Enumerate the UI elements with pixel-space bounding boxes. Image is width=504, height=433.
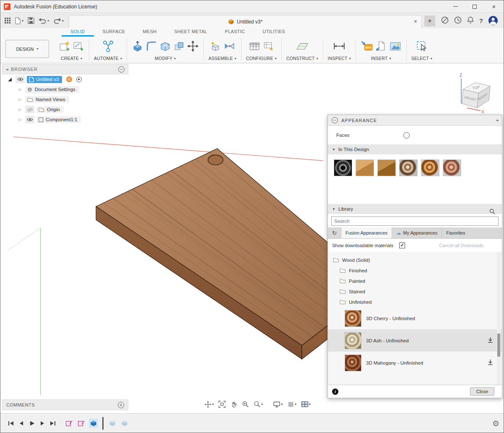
tab-surface[interactable]: SURFACE bbox=[94, 29, 134, 37]
tab-sheet-metal[interactable]: SHEET METAL bbox=[166, 29, 216, 37]
add-comment-icon[interactable]: + bbox=[118, 402, 124, 408]
browser-row-origin[interactable]: ▷ Origin bbox=[2, 104, 128, 115]
move-icon[interactable] bbox=[187, 40, 199, 53]
section-library[interactable]: ▼ Library bbox=[328, 204, 502, 214]
create-dropdown[interactable]: CREATE ▾ bbox=[61, 55, 82, 61]
maximize-button[interactable] bbox=[465, 0, 484, 13]
browser-row-document-settings[interactable]: ▷ ⚙ Document Settings bbox=[2, 84, 128, 94]
scrollbar-thumb[interactable] bbox=[497, 334, 500, 357]
tab-fusion-appearances[interactable]: Fusion Appearances bbox=[341, 227, 392, 238]
zoom-button[interactable]: ▾ bbox=[252, 399, 265, 410]
collapse-panel-icon[interactable]: ◂◂ bbox=[6, 68, 8, 71]
tree-node-unfinished[interactable]: Unfinished bbox=[328, 297, 502, 307]
faces-radio[interactable] bbox=[403, 132, 410, 138]
timeline-future-feature-2[interactable] bbox=[120, 419, 129, 428]
grid-snaps-button[interactable]: ▾ bbox=[286, 399, 298, 410]
activate-component-icon[interactable] bbox=[76, 77, 82, 82]
fillet-icon[interactable] bbox=[145, 40, 157, 53]
browser-row-named-views[interactable]: ▷ Named Views bbox=[2, 94, 128, 104]
section-collapse-icon[interactable]: ▼ bbox=[332, 207, 335, 211]
notification-bell-icon[interactable] bbox=[467, 16, 474, 25]
section-collapse-icon[interactable]: ▼ bbox=[332, 148, 335, 151]
automate-icon[interactable] bbox=[101, 39, 115, 54]
create-sketch-icon[interactable] bbox=[59, 40, 70, 53]
new-tab-button[interactable]: + bbox=[424, 16, 435, 26]
insert-canvas-icon[interactable] bbox=[389, 40, 402, 53]
timeline-future-feature-1[interactable] bbox=[108, 419, 117, 428]
step-forward-button[interactable] bbox=[37, 418, 47, 428]
configure-dropdown[interactable]: CONFIGURE ▾ bbox=[246, 55, 277, 61]
design-workspace-button[interactable]: DESIGN ▾ bbox=[5, 40, 49, 58]
design-swatch-wood-light[interactable] bbox=[356, 159, 374, 176]
redo-button[interactable]: ▾ bbox=[53, 18, 64, 24]
dialog-minimize-icon[interactable]: − bbox=[332, 117, 338, 123]
save-button[interactable] bbox=[28, 17, 34, 24]
insert-svg-icon[interactable]: SVG bbox=[361, 40, 373, 53]
download-icon[interactable] bbox=[487, 359, 494, 367]
scrollbar[interactable] bbox=[497, 252, 501, 385]
select-icon[interactable] bbox=[416, 40, 428, 53]
browser-header[interactable]: ◂◂ BROWSER − bbox=[2, 64, 128, 74]
construct-dropdown[interactable]: CONSTRUCT ▾ bbox=[286, 55, 318, 61]
download-icon[interactable] bbox=[487, 337, 494, 344]
browser-root-row[interactable]: Untitled v3 C bbox=[2, 74, 128, 84]
visibility-eye-icon[interactable] bbox=[16, 76, 25, 83]
tab-favorites[interactable]: Favorites bbox=[442, 227, 469, 238]
configure-table-icon[interactable] bbox=[249, 40, 260, 53]
tab-mesh[interactable]: MESH bbox=[134, 29, 166, 37]
appearance-header[interactable]: − APPEARANCE ▸▸ bbox=[328, 115, 502, 126]
close-dialog-button[interactable]: Close bbox=[470, 387, 494, 396]
viewcube[interactable]: Z X TOP FRONT RIGHT bbox=[455, 71, 504, 118]
info-icon[interactable]: i bbox=[332, 389, 338, 395]
show-downloadable-checkbox[interactable]: ✓ bbox=[399, 243, 405, 248]
design-swatch-metal[interactable] bbox=[334, 159, 352, 176]
close-window-button[interactable]: × bbox=[484, 0, 504, 13]
timeline-sketch-feature-1[interactable] bbox=[65, 419, 74, 428]
comments-bar[interactable]: COMMENTS + bbox=[2, 399, 128, 410]
design-swatch-swirl-3[interactable] bbox=[443, 159, 461, 176]
timeline-playhead[interactable] bbox=[102, 417, 104, 430]
browser-row-component[interactable]: ▷ Component1:1 bbox=[2, 115, 128, 125]
new-component-icon[interactable] bbox=[210, 40, 221, 53]
tab-solid[interactable]: SOLID bbox=[62, 29, 94, 37]
material-row-ash[interactable]: 3D Ash - Unfinished bbox=[328, 329, 502, 352]
search-input[interactable] bbox=[331, 216, 499, 226]
refresh-library-icon[interactable]: ↻ bbox=[328, 227, 341, 238]
timeline-track[interactable] bbox=[65, 417, 129, 430]
minimize-button[interactable] bbox=[446, 0, 465, 13]
timeline-sketch-feature-2[interactable] bbox=[77, 419, 86, 428]
help-icon[interactable]: ? bbox=[479, 17, 483, 24]
tree-node-wood-solid[interactable]: Wood (Solid) bbox=[328, 255, 502, 265]
file-menu-button[interactable]: ▾ bbox=[15, 17, 23, 24]
browser-minimize-icon[interactable]: − bbox=[118, 66, 125, 73]
app-grid-icon[interactable] bbox=[5, 18, 10, 23]
tree-node-stained[interactable]: Stained bbox=[328, 286, 502, 297]
material-swatch[interactable] bbox=[345, 332, 361, 349]
display-settings-button[interactable]: ▾ bbox=[271, 399, 284, 410]
combine-icon[interactable] bbox=[173, 40, 185, 53]
play-button[interactable] bbox=[26, 418, 37, 428]
material-swatch[interactable] bbox=[345, 310, 361, 327]
timeline-settings-gear-icon[interactable]: ⚙ bbox=[492, 419, 499, 428]
design-swatch-swirl-2[interactable] bbox=[421, 159, 439, 176]
design-swatch-wood-dark[interactable] bbox=[377, 159, 396, 176]
expander-icon[interactable]: ▷ bbox=[17, 97, 23, 102]
automate-dropdown[interactable]: AUTOMATE ▾ bbox=[94, 55, 122, 61]
joint-icon[interactable] bbox=[223, 40, 235, 53]
tab-plastic[interactable]: PLASTIC bbox=[216, 29, 254, 37]
configuration-icon[interactable] bbox=[262, 40, 274, 53]
dock-panel-icon[interactable]: ▸▸ bbox=[496, 118, 498, 122]
design-swatch-swirl-1[interactable] bbox=[399, 159, 418, 176]
go-to-end-button[interactable] bbox=[47, 418, 58, 428]
tab-utilities[interactable]: UTILITIES bbox=[254, 29, 294, 37]
step-back-button[interactable] bbox=[16, 418, 26, 428]
inspect-dropdown[interactable]: INSPECT ▾ bbox=[328, 55, 351, 61]
insert-dropdown[interactable]: INSERT ▾ bbox=[371, 55, 391, 61]
board-hole[interactable] bbox=[208, 155, 223, 165]
extensions-icon[interactable] bbox=[441, 16, 449, 25]
avatar[interactable] bbox=[488, 16, 498, 25]
select-dropdown[interactable]: SELECT ▾ bbox=[411, 55, 432, 61]
insert-derive-icon[interactable] bbox=[375, 40, 387, 53]
material-swatch[interactable] bbox=[345, 355, 361, 371]
document-tab[interactable]: Untitled v3* × bbox=[69, 15, 422, 28]
